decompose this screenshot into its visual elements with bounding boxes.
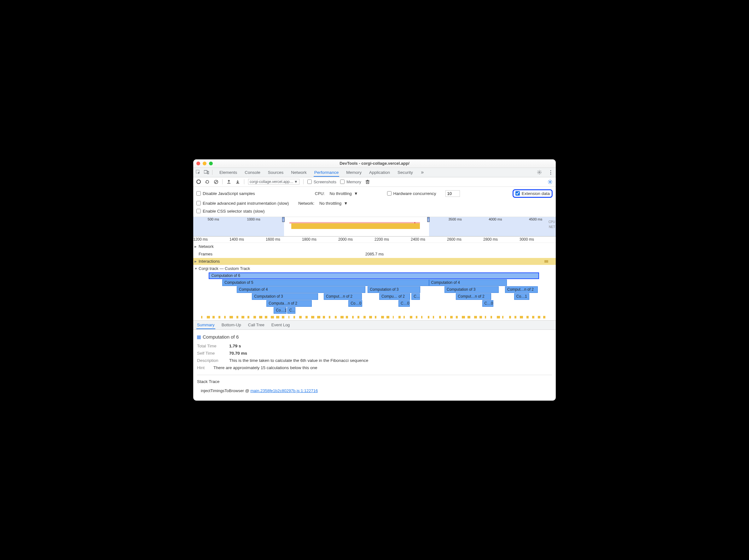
total-time: 1.79 s	[229, 343, 241, 350]
tab-event-log[interactable]: Event Log	[271, 321, 291, 329]
device-icon[interactable]	[204, 170, 209, 175]
flame-entry[interactable]: Co…1	[514, 293, 529, 300]
svg-line-5	[215, 181, 217, 183]
settings-gear-icon[interactable]	[537, 170, 542, 175]
overview-activity-main	[291, 223, 420, 229]
tab-call-tree[interactable]: Call Tree	[248, 321, 265, 329]
overview-handle-left[interactable]	[282, 217, 285, 222]
flame-entry[interactable]: Co…1	[274, 307, 286, 314]
recording-url: corgi-collage.vercel.app…	[250, 180, 294, 184]
flame-entry[interactable]: C…0	[482, 300, 494, 307]
interactions-track[interactable]: ▶Interactions	[193, 258, 556, 265]
frames-track[interactable]: Frames 2085.7 ms	[193, 250, 556, 258]
tab-network[interactable]: Network	[290, 168, 307, 177]
gc-icon[interactable]	[365, 179, 370, 184]
svg-point-9	[550, 181, 551, 182]
recording-select[interactable]: corgi-collage.vercel.app…▼	[248, 179, 299, 184]
tab-elements[interactable]: Elements	[219, 168, 238, 177]
flame-entry[interactable]: Comput…n of 2	[505, 286, 538, 293]
hw-concurrency[interactable]: Hardware concurrency	[387, 191, 436, 196]
flame-entry[interactable]: Computation of 4	[237, 286, 365, 293]
interactions-marker	[544, 260, 548, 263]
performance-toolbar: corgi-collage.vercel.app…▼ Screenshots M…	[193, 177, 556, 187]
flame-entry[interactable]: Computation of 4	[429, 279, 507, 286]
svg-rect-1	[204, 171, 207, 173]
self-time: 70.70 ms	[229, 350, 247, 357]
flame-entry[interactable]: Computation of 3	[252, 293, 318, 300]
flame-entry[interactable]: Computation of 5	[222, 279, 429, 286]
hw-concurrency-input[interactable]	[445, 190, 460, 197]
devtools-window: DevTools - corgi-collage.vercel.app/ Ele…	[193, 159, 556, 401]
reload-icon[interactable]	[205, 179, 210, 184]
summary-details: Computation of 6 Total Time1.79 s Self T…	[193, 330, 556, 401]
clear-icon[interactable]	[213, 179, 218, 184]
flame-entry[interactable]: Computa…n of 2	[266, 300, 312, 307]
details-title: Computation of 6	[203, 334, 239, 339]
record-button[interactable]	[196, 180, 201, 184]
flame-entry[interactable]: Co…0	[348, 300, 362, 307]
flame-entry[interactable]: C…	[411, 293, 420, 300]
capture-settings: Disable JavaScript samples CPU: No throt…	[193, 187, 556, 217]
flame-chart[interactable]: Computation of 6Computation of 5Computat…	[193, 272, 556, 320]
tracks-area: ▶Network Frames 2085.7 ms ▶Interactions …	[193, 243, 556, 320]
tab-bottom-up[interactable]: Bottom-Up	[221, 321, 242, 329]
network-throttle[interactable]: Network: No throttling ▼	[298, 201, 348, 206]
overview-marker	[414, 222, 415, 223]
flame-entry[interactable]: Computation of 3	[445, 286, 499, 293]
panel-tabs: Elements Console Sources Network Perform…	[193, 168, 556, 177]
overview-handle-right[interactable]	[427, 217, 430, 222]
flame-entry[interactable]: Compu… of 2	[379, 293, 410, 300]
kebab-menu-icon[interactable]: ⋮	[548, 170, 553, 175]
disable-js-checkbox[interactable]: Disable JavaScript samples	[196, 191, 255, 196]
flame-entry[interactable]: Computation of 3	[368, 286, 420, 293]
stack-trace-entry: injectTimingsToBrowser @ main.2358fe1b2c…	[201, 387, 552, 394]
details-title-row: Computation of 6	[197, 333, 552, 341]
flame-entry[interactable]: C…0	[399, 300, 410, 307]
memory-checkbox[interactable]: Memory	[340, 180, 361, 184]
stack-link[interactable]: main.2358fe1b2c80297b.js:1:122716	[250, 388, 318, 393]
tab-security[interactable]: Security	[397, 168, 413, 177]
frames-duration: 2085.7 ms	[365, 252, 384, 256]
tab-performance[interactable]: Performance	[314, 168, 339, 177]
flame-entry[interactable]: C…	[287, 307, 295, 314]
svg-point-3	[539, 172, 540, 173]
flame-entry[interactable]: Computation of 6	[209, 272, 539, 279]
upload-icon[interactable]	[226, 179, 231, 184]
screenshots-checkbox[interactable]: Screenshots	[307, 180, 336, 184]
stack-trace-title: Stack Trace	[197, 378, 552, 385]
ruler[interactable]: 1200 ms1400 ms1600 ms1800 ms2000 ms2200 …	[193, 237, 556, 243]
extension-data-checkbox[interactable]: Extension data	[513, 189, 553, 198]
overview-side-labels: CPU NET	[549, 220, 555, 230]
tab-console[interactable]: Console	[244, 168, 261, 177]
flame-entry[interactable]: Comput…n of 2	[324, 293, 362, 300]
window-title: DevTools - corgi-collage.vercel.app/	[193, 161, 556, 166]
svg-rect-6	[366, 181, 369, 184]
inspect-icon[interactable]	[196, 170, 201, 175]
window-titlebar: DevTools - corgi-collage.vercel.app/	[193, 159, 556, 168]
cpu-throttle[interactable]: CPU: No throttling ▼	[315, 191, 358, 196]
flame-entry[interactable]: Comput…n of 2	[456, 293, 491, 300]
more-tabs-icon[interactable]: »	[420, 170, 425, 175]
download-icon[interactable]	[235, 179, 240, 184]
tab-sources[interactable]: Sources	[267, 168, 284, 177]
timeline-overview[interactable]: 500 ms1000 ms1500 ms2000 ms2500 ms3000 m…	[193, 217, 556, 237]
css-stats-checkbox[interactable]: Enable CSS selector stats (slow)	[196, 209, 265, 214]
details-tabs: Summary Bottom-Up Call Tree Event Log	[193, 320, 556, 330]
tab-memory[interactable]: Memory	[345, 168, 362, 177]
network-track[interactable]: ▶Network	[193, 243, 556, 250]
color-swatch	[197, 335, 201, 339]
capture-settings-icon[interactable]	[548, 179, 553, 184]
adv-paint-checkbox[interactable]: Enable advanced paint instrumentation (s…	[196, 201, 289, 206]
svg-rect-2	[208, 171, 209, 174]
tab-application[interactable]: Application	[368, 168, 390, 177]
description: This is the time taken to calculate the …	[229, 357, 368, 364]
custom-track-header[interactable]: ▼Corgi track — Custom Track	[193, 265, 556, 272]
hint: There are approximately 15 calculations …	[213, 364, 317, 372]
tab-summary[interactable]: Summary	[196, 321, 215, 329]
